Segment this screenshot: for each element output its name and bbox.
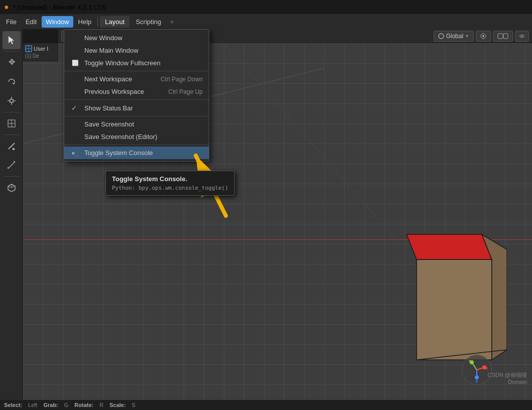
global-dropdown[interactable]: Global ▼: [434, 31, 474, 42]
cube-svg: [391, 209, 507, 370]
tooltip-title: Toggle System Console.: [112, 175, 228, 183]
svg-marker-32: [407, 234, 492, 259]
dropdown-arrow-global: ▼: [465, 34, 469, 39]
tool-annotate[interactable]: [3, 137, 21, 155]
tool-transform[interactable]: [3, 114, 21, 132]
status-key-grab: Grab:: [43, 402, 58, 408]
tool-select[interactable]: [3, 31, 21, 49]
fullscreen-icon: ⬜: [71, 60, 79, 66]
tool-separator-3: [4, 134, 19, 135]
menu-item-toggle-console[interactable]: ▶_ Toggle System Console: [64, 147, 209, 159]
watermark-text: CSDN @侯喵喵: [488, 371, 527, 379]
tooltip-panel: Toggle System Console. Python: bpy.ops.w…: [105, 171, 235, 196]
snap-dropdown[interactable]: [476, 31, 491, 42]
check-icon: ✓: [71, 104, 79, 112]
svg-rect-28: [503, 34, 508, 39]
svg-marker-0: [9, 36, 14, 44]
menu-separator: [97, 17, 98, 27]
sidebar-info-panel: User I (1) De: [23, 43, 58, 61]
svg-point-25: [482, 35, 484, 37]
menu-help[interactable]: Help: [74, 16, 96, 28]
svg-line-18: [8, 186, 12, 188]
header-right-controls: Global ▼: [434, 31, 529, 42]
status-select-info: Left: [28, 402, 37, 408]
tool-rotate[interactable]: [3, 73, 21, 91]
svg-text:X: X: [485, 366, 488, 370]
tooltip-python-label: Python:: [112, 185, 135, 191]
console-icon: ▶_: [71, 150, 79, 156]
overlay-btn[interactable]: [515, 31, 529, 42]
tooltip-python-code: bpy.ops.wm.console_toggle(): [139, 185, 228, 191]
menu-item-save-screenshot[interactable]: Save Screenshot: [64, 118, 209, 130]
sidebar-info-label: (1) De: [25, 53, 56, 59]
menu-separator-2: [64, 99, 209, 100]
menu-file[interactable]: File: [2, 16, 21, 28]
add-workspace-button[interactable]: +: [167, 16, 177, 28]
overlay-icon: [519, 33, 524, 39]
status-key-select: Select:: [4, 402, 22, 408]
svg-text:Y: Y: [468, 359, 471, 363]
watermark: CSDN @侯喵喵 Domain: [488, 371, 527, 385]
menu-separator-4: [64, 145, 209, 145]
tool-add-cube[interactable]: [3, 179, 21, 197]
viewport-icon: [25, 45, 32, 52]
domain-text: Domain: [488, 379, 527, 385]
tool-scale[interactable]: [3, 92, 21, 110]
menu-window[interactable]: Window: [42, 16, 73, 28]
svg-rect-3: [10, 99, 13, 102]
tool-separator-1: [4, 51, 19, 52]
status-scale-info: S: [132, 402, 136, 408]
tab-layout[interactable]: Layout: [100, 16, 129, 28]
blender-icon: ●: [4, 3, 9, 12]
left-toolbar: ✥: [0, 29, 23, 400]
tool-separator-2: [4, 112, 19, 112]
svg-text:Z: Z: [475, 379, 478, 382]
proportional-icon: [497, 33, 508, 39]
title-text: * (Unsaved) - Blender 4.2.1 LTS: [13, 4, 105, 11]
tool-measure[interactable]: [3, 156, 21, 174]
sidebar-user-label: User I: [34, 46, 48, 52]
proportional-dropdown[interactable]: [493, 31, 513, 42]
tooltip-python: Python: bpy.ops.wm.console_toggle(): [112, 185, 228, 191]
menu-item-toggle-fullscreen[interactable]: ⬜ Toggle Window Fullscreen: [64, 57, 209, 69]
global-icon: [438, 33, 444, 39]
3d-cube: [391, 209, 507, 370]
menu-separator-1: [64, 71, 209, 71]
menu-item-save-screenshot-editor[interactable]: Save Screenshot (Editor): [64, 130, 209, 143]
menu-item-new-window[interactable]: New Window: [64, 32, 209, 44]
tool-separator-4: [4, 176, 19, 177]
svg-point-24: [439, 34, 444, 39]
menu-edit[interactable]: Edit: [22, 16, 41, 28]
menu-item-show-status-bar[interactable]: ✓ Show Status Bar: [64, 101, 209, 114]
svg-line-13: [8, 162, 15, 169]
status-rotate-info: R: [99, 402, 103, 408]
menu-item-prev-workspace[interactable]: Previous Workspace Ctrl Page Up: [64, 85, 209, 98]
snap-icon: [480, 33, 486, 39]
menu-item-new-main-window[interactable]: New Main Window: [64, 44, 209, 57]
menu-bar: File Edit Window Help Layout Scripting +: [0, 14, 532, 29]
status-key-scale: Scale:: [109, 402, 125, 408]
svg-point-30: [521, 35, 524, 37]
tab-scripting[interactable]: Scripting: [130, 16, 166, 28]
svg-line-19: [12, 186, 15, 188]
status-key-rotate: Rotate:: [74, 402, 93, 408]
svg-text:✥: ✥: [8, 58, 15, 66]
svg-rect-27: [498, 34, 503, 39]
menu-separator-3: [64, 116, 209, 116]
menu-item-next-workspace[interactable]: Next Workspace Ctrl Page Down: [64, 73, 209, 85]
title-bar: ● * (Unsaved) - Blender 4.2.1 LTS: [0, 0, 532, 14]
tool-move[interactable]: ✥: [3, 54, 21, 72]
svg-rect-12: [13, 148, 15, 150]
status-bar: Select: Left Grab: G Rotate: R Scale: S: [0, 400, 532, 410]
svg-marker-31: [417, 259, 492, 360]
status-grab-info: G: [64, 402, 69, 408]
window-dropdown-menu: New Window New Main Window ⬜ Toggle Wind…: [64, 29, 209, 162]
